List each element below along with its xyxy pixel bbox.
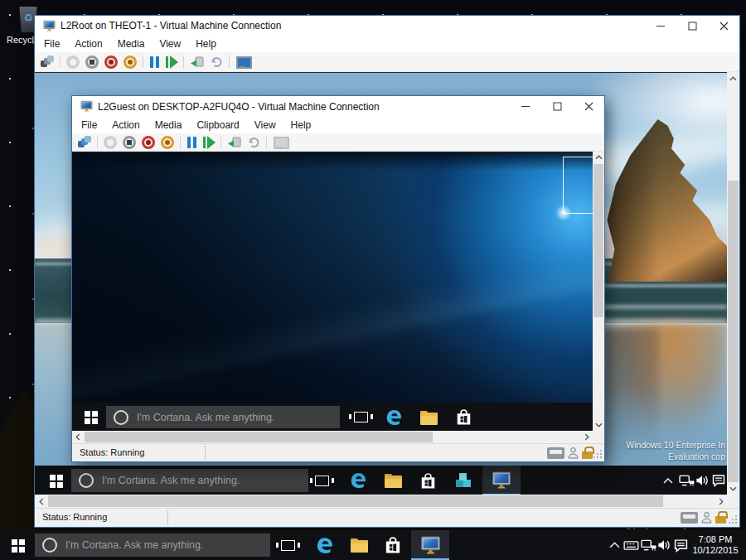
menu-media[interactable]: Media	[110, 38, 153, 50]
turn-off-icon[interactable]	[85, 56, 99, 69]
hyperv-manager-button[interactable]	[446, 466, 481, 495]
scroll-thumb[interactable]	[728, 181, 739, 482]
l2guest-titlebar[interactable]: L2Guest on DESKTOP-A2FUQ4O - Virtual Mac…	[72, 96, 604, 117]
start-button[interactable]	[0, 530, 35, 560]
l2guest-vertical-scrollbar[interactable]	[593, 152, 604, 431]
task-view-icon	[354, 412, 368, 422]
menu-file[interactable]: File	[36, 38, 67, 50]
scroll-up-arrow[interactable]	[727, 72, 739, 84]
hidden-icons-chevron[interactable]	[661, 466, 675, 495]
maximize-button[interactable]	[676, 16, 708, 36]
scroll-right-arrow[interactable]	[715, 495, 727, 508]
resume-icon[interactable]	[203, 136, 215, 149]
windows-logo-icon	[12, 539, 17, 545]
save-vm-icon[interactable]	[161, 136, 174, 149]
network-icon[interactable]	[640, 530, 656, 560]
store-icon	[455, 408, 472, 426]
vmconnect-taskbar-button[interactable]	[411, 530, 449, 560]
scroll-thumb[interactable]	[85, 432, 433, 442]
checkpoint-icon[interactable]	[227, 136, 241, 149]
vmconnect-taskbar-button[interactable]	[482, 466, 521, 495]
menu-file[interactable]: File	[74, 119, 104, 131]
revert-icon[interactable]	[210, 56, 223, 69]
file-explorer-button[interactable]	[342, 530, 376, 560]
scroll-down-arrow[interactable]	[593, 419, 604, 431]
store-icon	[384, 536, 402, 554]
edge-button[interactable]	[377, 403, 410, 432]
task-view-button[interactable]	[307, 466, 337, 495]
scroll-left-arrow[interactable]	[72, 431, 84, 443]
touch-keyboard-icon[interactable]	[623, 530, 639, 560]
toolbar-separator	[180, 136, 181, 148]
menu-view[interactable]: View	[152, 38, 188, 50]
store-button[interactable]	[411, 466, 444, 495]
minimize-button[interactable]	[645, 16, 676, 36]
store-button[interactable]	[447, 403, 480, 432]
scroll-thumb[interactable]	[593, 164, 603, 317]
task-view-button[interactable]	[346, 403, 375, 432]
revert-icon[interactable]	[247, 136, 260, 149]
edge-icon	[384, 408, 404, 427]
volume-icon[interactable]	[656, 530, 671, 560]
file-explorer-button[interactable]	[412, 403, 445, 432]
hidden-icons-chevron[interactable]	[607, 530, 622, 560]
cortana-search-box[interactable]: I'm Cortana. Ask me anything.	[71, 469, 308, 492]
close-button[interactable]	[708, 16, 739, 36]
scroll-right-arrow[interactable]	[581, 431, 593, 443]
resize-grip[interactable]	[735, 522, 737, 524]
edge-button[interactable]	[307, 530, 342, 560]
enhanced-session-icon[interactable]	[235, 56, 250, 69]
start-vm-icon[interactable]	[66, 56, 80, 69]
checkpoint-icon[interactable]	[190, 56, 204, 69]
pause-icon[interactable]	[186, 136, 197, 149]
pause-icon[interactable]	[149, 56, 160, 69]
vmconnect-icon	[420, 535, 441, 556]
volume-icon[interactable]	[695, 466, 710, 495]
cortana-icon	[79, 473, 94, 488]
taskbar-clock[interactable]: 7:08 PM 10/12/2015	[690, 530, 741, 560]
shut-down-icon[interactable]	[142, 136, 155, 149]
enhanced-session-icon[interactable]	[273, 136, 288, 149]
start-button[interactable]	[77, 403, 104, 432]
store-button[interactable]	[376, 530, 409, 560]
l2guest-guest-screen[interactable]: I'm Cortana. Ask me anything.	[72, 152, 593, 431]
menu-action[interactable]: Action	[67, 38, 109, 50]
scroll-thumb[interactable]	[48, 495, 663, 507]
action-center-icon[interactable]	[673, 530, 689, 560]
menu-media[interactable]: Media	[148, 119, 190, 131]
scroll-up-arrow[interactable]	[593, 152, 604, 163]
l2root-horizontal-scrollbar[interactable]	[35, 495, 727, 508]
edge-button[interactable]	[342, 466, 375, 495]
ctrl-alt-delete-icon[interactable]	[78, 136, 91, 149]
network-icon[interactable]	[678, 466, 695, 495]
menu-view[interactable]: View	[247, 119, 283, 131]
scroll-down-arrow[interactable]	[727, 482, 739, 495]
resume-icon[interactable]	[166, 56, 177, 69]
menu-help[interactable]: Help	[283, 119, 319, 131]
shut-down-icon[interactable]	[104, 56, 118, 69]
l2guest-horizontal-scrollbar[interactable]	[72, 431, 593, 443]
menu-action[interactable]: Action	[104, 119, 147, 131]
toolbar-separator	[229, 56, 230, 68]
edge-icon	[348, 471, 368, 490]
resize-grip[interactable]	[600, 456, 602, 458]
turn-off-icon[interactable]	[123, 136, 136, 149]
task-view-button[interactable]	[272, 530, 303, 560]
cortana-search-box[interactable]: I'm Cortana. Ask me anything.	[35, 533, 270, 557]
menu-help[interactable]: Help	[188, 38, 224, 50]
file-explorer-button[interactable]	[376, 466, 409, 495]
vmconnect-window-l2guest: L2Guest on DESKTOP-A2FUQ4O - Virtual Mac…	[71, 95, 605, 462]
start-vm-icon[interactable]	[104, 136, 117, 149]
l2root-vertical-scrollbar[interactable]	[727, 72, 739, 495]
maximize-button[interactable]	[541, 96, 573, 117]
menu-clipboard[interactable]: Clipboard	[189, 119, 246, 131]
action-center-icon[interactable]	[711, 466, 726, 495]
ctrl-alt-delete-icon[interactable]	[41, 56, 54, 69]
scroll-left-arrow[interactable]	[35, 495, 47, 508]
minimize-button[interactable]	[510, 96, 541, 117]
start-button[interactable]	[41, 466, 70, 495]
save-vm-icon[interactable]	[124, 56, 137, 69]
close-button[interactable]	[573, 96, 604, 117]
cortana-search-box[interactable]: I'm Cortana. Ask me anything.	[106, 406, 340, 428]
l2root-titlebar[interactable]: L2Root on THEOT-1 - Virtual Machine Conn…	[35, 16, 739, 36]
